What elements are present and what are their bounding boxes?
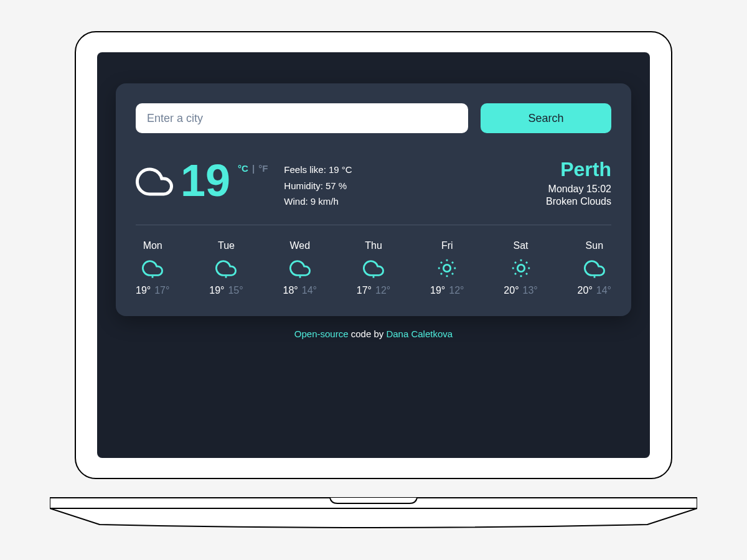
- rain-icon: [289, 258, 311, 279]
- footer: Open-source code by Dana Caletkova: [116, 329, 631, 339]
- weather-card: Search 19 °C | °F: [116, 83, 631, 316]
- forecast-low: 14°: [302, 285, 317, 296]
- svg-line-16: [515, 261, 516, 263]
- forecast-temps: 17°12°: [357, 285, 390, 296]
- forecast-high: 20°: [504, 285, 519, 296]
- laptop-base: [50, 495, 697, 529]
- current-details: Feels like: 19 °C Humidity: 57 % Wind: 9…: [284, 162, 352, 210]
- current-right: Perth Monday 15:02 Broken Clouds: [546, 158, 611, 207]
- forecast-day: Mon19°17°: [136, 240, 169, 296]
- sun-icon: [436, 258, 458, 279]
- rain-icon: [584, 258, 605, 279]
- unit-toggle: °C | °F: [238, 163, 268, 174]
- rain-icon: [142, 258, 163, 279]
- city-name: Perth: [546, 158, 611, 181]
- current-temperature: 19: [181, 158, 230, 203]
- date-time: Monday 15:02: [546, 184, 611, 195]
- forecast-day-label: Thu: [365, 240, 382, 251]
- unit-celsius[interactable]: °C: [238, 163, 248, 174]
- forecast-low: 15°: [228, 285, 243, 296]
- forecast-day: Sun20°14°: [578, 240, 611, 296]
- forecast-high: 19°: [136, 285, 151, 296]
- forecast-day-label: Sat: [514, 240, 529, 251]
- forecast-low: 14°: [596, 285, 611, 296]
- forecast-temps: 20°13°: [504, 285, 537, 296]
- forecast-low: 12°: [449, 285, 464, 296]
- forecast-day: Thu17°12°: [357, 240, 390, 296]
- search-button[interactable]: Search: [481, 103, 611, 133]
- forecast-temps: 19°17°: [136, 285, 169, 296]
- unit-divider: |: [252, 163, 255, 174]
- forecast-temps: 20°14°: [578, 285, 611, 296]
- svg-line-8: [452, 273, 453, 274]
- rain-icon: [363, 258, 384, 279]
- svg-line-20: [515, 273, 516, 274]
- forecast-day-label: Wed: [289, 240, 310, 251]
- forecast-low: 17°: [154, 285, 169, 296]
- unit-fahrenheit[interactable]: °F: [258, 163, 268, 174]
- laptop-bezel: Search 19 °C | °F: [75, 31, 672, 479]
- current-left: 19 °C | °F Feels like: 19 °C Humidity: 5…: [136, 158, 352, 210]
- svg-line-17: [526, 273, 527, 274]
- search-row: Search: [136, 103, 611, 133]
- rain-icon: [215, 258, 237, 279]
- forecast-temps: 19°15°: [209, 285, 243, 296]
- svg-line-11: [441, 273, 442, 274]
- humidity: Humidity: 57 %: [284, 178, 352, 194]
- forecast-high: 20°: [578, 285, 593, 296]
- footer-mid: code by: [349, 329, 387, 339]
- forecast-day: Fri19°12°: [430, 240, 464, 296]
- cloud-icon: [136, 163, 173, 200]
- open-source-link[interactable]: Open-source: [294, 329, 349, 339]
- weather-condition: Broken Clouds: [546, 196, 611, 207]
- forecast-temps: 19°12°: [430, 285, 464, 296]
- forecast-day: Wed18°14°: [283, 240, 317, 296]
- svg-line-7: [441, 261, 442, 263]
- forecast-day-label: Sun: [586, 240, 603, 251]
- forecast-day: Tue19°15°: [209, 240, 243, 296]
- forecast-day-label: Fri: [441, 240, 453, 251]
- forecast-high: 17°: [357, 285, 372, 296]
- wind: Wind: 9 km/h: [284, 194, 352, 210]
- forecast-day: Sat20°13°: [504, 240, 537, 296]
- sun-icon: [510, 258, 532, 279]
- forecast-day-label: Mon: [143, 240, 162, 251]
- svg-point-4: [444, 264, 451, 271]
- forecast-low: 13°: [523, 285, 538, 296]
- author-link[interactable]: Dana Caletkova: [386, 329, 453, 339]
- laptop-frame: Search 19 °C | °F: [75, 31, 672, 504]
- forecast-high: 18°: [283, 285, 298, 296]
- svg-line-21: [526, 261, 527, 263]
- svg-line-12: [452, 261, 453, 263]
- city-search-input[interactable]: [136, 103, 468, 133]
- svg-point-13: [517, 264, 524, 271]
- forecast-high: 19°: [209, 285, 224, 296]
- forecast-high: 19°: [430, 285, 445, 296]
- forecast-row: Mon19°17°Tue19°15°Wed18°14°Thu17°12°Fri1…: [136, 240, 611, 296]
- feels-like: Feels like: 19 °C: [284, 162, 352, 178]
- current-weather-row: 19 °C | °F Feels like: 19 °C Humidity: 5…: [136, 158, 611, 225]
- forecast-temps: 18°14°: [283, 285, 317, 296]
- forecast-low: 12°: [375, 285, 390, 296]
- forecast-day-label: Tue: [218, 240, 235, 251]
- app-screen: Search 19 °C | °F: [97, 52, 650, 458]
